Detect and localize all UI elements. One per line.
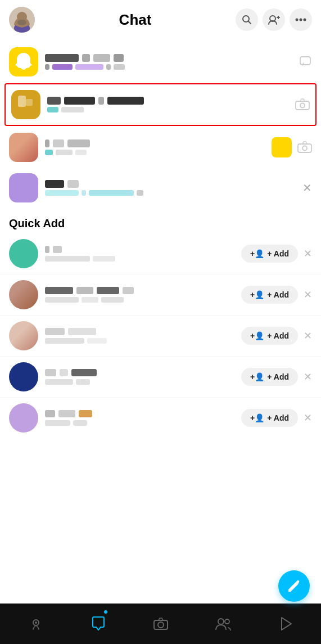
add-person-icon-3: +👤 xyxy=(250,331,264,340)
chat-info-selected xyxy=(47,97,291,112)
chat-item-4[interactable]: ✕ xyxy=(0,168,321,208)
qa-avatar-teal xyxy=(9,239,38,268)
add-label-2: + Add xyxy=(267,290,289,299)
chat-avatar-purple xyxy=(9,173,38,202)
svg-point-10 xyxy=(300,19,302,21)
svg-rect-17 xyxy=(298,144,311,152)
add-person-icon-5: +👤 xyxy=(250,413,264,422)
dismiss-button-5[interactable]: ✕ xyxy=(304,412,312,424)
qa-info-1 xyxy=(45,246,241,262)
svg-rect-13 xyxy=(18,96,26,107)
search-button[interactable] xyxy=(236,8,258,31)
add-button-4[interactable]: +👤 + Add xyxy=(241,368,298,386)
add-person-icon: +👤 xyxy=(250,249,264,258)
svg-point-24 xyxy=(225,619,229,624)
nav-item-chat[interactable] xyxy=(67,604,129,644)
quick-add-item-5[interactable]: +👤 + Add ✕ xyxy=(0,398,321,438)
add-friend-button[interactable] xyxy=(263,8,285,31)
chat-avatar xyxy=(9,47,38,76)
quick-add-item[interactable]: +👤 + Add ✕ xyxy=(0,233,321,274)
add-person-icon-2: +👤 xyxy=(250,290,264,299)
chat-name-block xyxy=(45,54,79,62)
camera-icon xyxy=(295,98,310,111)
nav-item-camera[interactable] xyxy=(129,604,192,644)
nav-item-spotlight[interactable] xyxy=(254,604,317,644)
add-person-icon-4: +👤 xyxy=(250,372,264,381)
gold-avatar-icon xyxy=(16,94,36,115)
add-button-5[interactable]: +👤 + Add xyxy=(241,409,298,427)
svg-point-9 xyxy=(296,19,299,21)
svg-point-18 xyxy=(302,146,307,151)
nav-item-map[interactable] xyxy=(4,604,67,644)
svg-point-11 xyxy=(304,19,306,21)
chat-bubble-icon xyxy=(299,55,312,69)
quick-add-item-3[interactable]: +👤 + Add ✕ xyxy=(0,316,321,357)
svg-rect-12 xyxy=(300,57,310,65)
add-label-5: + Add xyxy=(267,413,289,422)
page-title: Chat xyxy=(35,11,236,29)
quick-add-item-4[interactable]: +👤 + Add ✕ xyxy=(0,357,321,398)
svg-point-23 xyxy=(218,619,224,624)
chat-avatar-skin xyxy=(9,133,38,162)
svg-point-22 xyxy=(158,622,164,628)
chat-info-3 xyxy=(45,139,293,155)
header-actions xyxy=(236,8,312,31)
svg-point-16 xyxy=(300,103,305,108)
svg-rect-15 xyxy=(296,101,309,110)
chat-item[interactable] xyxy=(0,42,321,82)
dismiss-button-2[interactable]: ✕ xyxy=(304,289,312,301)
qa-avatar-lavender xyxy=(9,403,38,433)
camera-nav-icon xyxy=(153,617,169,631)
svg-point-3 xyxy=(17,20,26,25)
user-avatar[interactable] xyxy=(9,7,35,33)
chat-action-chat[interactable] xyxy=(299,55,312,69)
more-button[interactable] xyxy=(290,8,312,31)
chat-nav-icon xyxy=(91,616,106,632)
new-chat-fab[interactable] xyxy=(278,570,310,602)
search-icon xyxy=(241,14,252,25)
add-label-3: + Add xyxy=(267,331,289,340)
quick-add-list: +👤 + Add ✕ +👤 + Add ✕ xyxy=(0,233,321,438)
qa-info-5 xyxy=(45,410,241,426)
dismiss-button-1[interactable]: ✕ xyxy=(304,247,312,260)
qa-info-2 xyxy=(45,287,241,303)
snap-badge xyxy=(272,137,292,157)
chat-action-dismiss[interactable]: ✕ xyxy=(302,181,312,195)
friends-icon xyxy=(215,617,232,631)
header: Chat xyxy=(0,0,321,39)
chat-info-4 xyxy=(45,180,298,196)
add-label-4: + Add xyxy=(267,372,289,381)
chat-info xyxy=(45,54,294,70)
more-icon xyxy=(295,18,306,21)
qa-avatar-pink xyxy=(9,321,38,350)
quick-add-label: Quick Add xyxy=(0,210,321,233)
camera-icon-2 xyxy=(297,141,312,154)
nav-item-friends[interactable] xyxy=(192,604,254,644)
bottom-nav xyxy=(0,604,321,644)
qa-avatar-navy xyxy=(9,362,38,391)
qa-info-4 xyxy=(45,369,241,385)
chat-list: ✕ xyxy=(0,39,321,210)
add-button-3[interactable]: +👤 + Add xyxy=(241,327,298,345)
svg-line-5 xyxy=(248,21,251,24)
svg-point-20 xyxy=(35,622,37,624)
chat-item-selected[interactable] xyxy=(4,83,317,126)
chat-action-camera[interactable] xyxy=(295,98,310,111)
add-button-2[interactable]: +👤 + Add xyxy=(241,286,298,304)
dismiss-button-3[interactable]: ✕ xyxy=(304,330,312,342)
add-friend-icon xyxy=(268,14,280,25)
chat-avatar-gold xyxy=(11,90,40,119)
add-label-1: + Add xyxy=(267,249,289,258)
svg-rect-14 xyxy=(26,99,33,106)
edit-icon xyxy=(286,578,302,594)
play-icon xyxy=(279,616,292,631)
add-button-1[interactable]: +👤 + Add xyxy=(241,245,298,263)
map-icon xyxy=(29,616,43,631)
dismiss-button-4[interactable]: ✕ xyxy=(304,371,312,383)
quick-add-item-2[interactable]: +👤 + Add ✕ xyxy=(0,274,321,316)
chat-notification-dot xyxy=(104,610,107,614)
snapchat-ghost-icon xyxy=(12,51,35,73)
chat-item-3[interactable] xyxy=(0,127,321,168)
qa-info-3 xyxy=(45,328,241,344)
chat-action-camera-2[interactable] xyxy=(297,141,312,154)
